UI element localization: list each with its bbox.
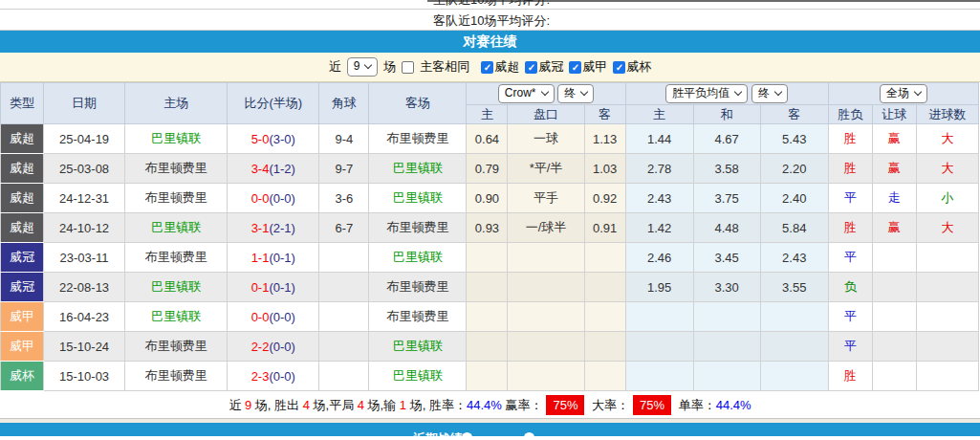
match-row: 威超25-04-19巴里镇联5-0(3-0)9-4布里顿费里0.64一球1.13… [1, 124, 979, 154]
summary-part: 场,输 [364, 398, 400, 412]
date-cell: 22-08-13 [44, 273, 125, 302]
draw-odds-cell: 3.75 [693, 184, 760, 213]
handicap-away-odds-cell [584, 302, 625, 332]
h2h-table: 类型 日期 主场 比分(半场) 角球 客场 Crow* 终 胜平负均值 [0, 82, 979, 391]
away-team-cell: 巴里镇联 [369, 154, 467, 184]
section-header: 对赛往绩 [0, 31, 980, 53]
away-team-cell: 布里顿费里 [369, 213, 467, 243]
match-row: 威冠23-03-11布里顿费里1-1(0-1)巴里镇联2.463.452.43平 [1, 243, 979, 273]
home-rating-row: 主队近10场平均评分: [0, 0, 980, 10]
draw-odds-cell [693, 362, 760, 391]
handicap-group-header: Crow* 终 [467, 83, 625, 105]
lose-odds-cell [760, 332, 828, 362]
type-cell: 威冠 [1, 243, 44, 273]
chevron-down-icon [774, 88, 782, 96]
scope-value: 全场 [886, 86, 909, 100]
draw-odds-cell: 4.48 [693, 213, 760, 243]
lose-odds-cell [760, 302, 828, 332]
sub-header-handicap-home: 主 [467, 105, 508, 124]
league-label: 威甲 [582, 58, 607, 76]
summary-part: 赢率： [502, 398, 543, 412]
type-cell: 威甲 [1, 302, 44, 332]
draw-odds-cell: 3.30 [693, 273, 760, 302]
summary-part: 大率： [588, 398, 629, 412]
lose-odds-cell: 2.40 [760, 184, 828, 213]
score-cell: 0-1(0-1) [228, 273, 319, 302]
chevron-down-icon [580, 88, 588, 96]
result-cell: 胜 [828, 362, 872, 391]
sub-header-handicap-away: 客 [584, 105, 625, 124]
bottom-bar-radio[interactable] [462, 432, 472, 436]
full-score: 0-0 [251, 310, 270, 324]
summary-row: 近 9 场, 胜出 4 场,平局 4 场,输 1 场, 胜率：44.4% 赢率：… [0, 391, 980, 419]
away-team-cell: 巴里镇联 [369, 184, 467, 213]
type-cell: 威杯 [1, 362, 44, 391]
handicap-home-odds-cell: 0.93 [467, 213, 508, 243]
type-cell: 威超 [1, 154, 44, 184]
handicap-line-cell [508, 273, 584, 302]
league-checkbox-威甲[interactable] [569, 61, 581, 74]
sub-header-goals: 进球数 [916, 105, 978, 124]
handicap-away-odds-cell [584, 332, 625, 362]
league-checkbox-威杯[interactable] [613, 61, 625, 74]
full-score: 3-1 [251, 221, 270, 235]
win-odds-cell: 1.42 [625, 213, 693, 243]
handicap-result-cell [872, 273, 916, 302]
half-score: (0-0) [269, 340, 294, 354]
home-team-cell: 布里顿费里 [125, 184, 228, 213]
wdl-stage-select[interactable]: 终 [751, 84, 788, 103]
corner-cell [319, 362, 369, 391]
half-score: (1-2) [269, 162, 294, 176]
handicap-stage-select[interactable]: 终 [557, 84, 594, 103]
match-count-select[interactable]: 9 [347, 57, 379, 77]
full-score: 0-0 [251, 191, 270, 206]
wdl-average-select[interactable]: 胜平负均值 [665, 84, 748, 103]
corner-cell: 3-6 [319, 184, 369, 213]
col-header-type: 类型 [1, 83, 44, 124]
page-title: 对赛往绩 [464, 33, 517, 49]
league-checkbox-威冠[interactable] [525, 61, 537, 74]
summary-part: 44.4% [716, 398, 751, 412]
half-score: (2-1) [269, 221, 294, 235]
bottom-bar-radio[interactable] [524, 432, 534, 436]
corner-cell [319, 243, 369, 273]
handicap-line-cell [508, 243, 584, 273]
match-row: 威冠22-08-13巴里镇联0-1(0-1)布里顿费里1.953.303.55负 [1, 273, 979, 302]
chevron-down-icon [734, 88, 742, 96]
corner-cell [319, 273, 369, 302]
league-checkbox-威超[interactable] [481, 61, 493, 74]
league-label: 威杯 [626, 58, 651, 76]
sub-header-draw: 和 [693, 105, 760, 124]
match-row: 威超24-12-31布里顿费里0-0(0-0)3-6巴里镇联0.90平手0.92… [1, 184, 979, 213]
same-venue-checkbox[interactable] [402, 61, 414, 74]
summary-part: 场, 胜出 [251, 398, 302, 412]
handicap-home-odds-cell: 0.79 [467, 154, 508, 184]
scope-select[interactable]: 全场 [880, 84, 927, 103]
league-label: 威超 [494, 58, 519, 76]
handicap-away-odds-cell: 1.13 [584, 124, 625, 154]
chevron-down-icon [914, 88, 922, 96]
sub-header-result: 胜负 [828, 105, 872, 124]
handicap-home-odds-cell [467, 302, 508, 332]
away-team-cell: 巴里镇联 [369, 362, 467, 391]
score-cell: 3-4(1-2) [228, 154, 319, 184]
match-row: 威杯15-10-03布里顿费里2-3(0-0)巴里镇联胜 [1, 362, 979, 391]
handicap-result-cell: 走 [872, 184, 916, 213]
corner-cell: 9-4 [319, 124, 369, 154]
away-team-cell: 布里顿费里 [369, 124, 467, 154]
win-odds-cell [625, 362, 693, 391]
type-cell: 威冠 [1, 273, 44, 302]
half-score: (3-0) [269, 132, 294, 146]
type-cell: 威超 [1, 184, 44, 213]
corner-cell: 9-7 [319, 154, 369, 184]
date-cell: 24-12-31 [44, 184, 125, 213]
draw-odds-cell: 3.58 [693, 154, 760, 184]
score-cell: 0-0(0-0) [228, 184, 319, 213]
odds-company-value: Crow* [505, 86, 536, 100]
half-score: (0-0) [269, 310, 294, 324]
match-row: 威甲16-04-23巴里镇联0-0(0-0)布里顿费里平 [1, 302, 979, 332]
odds-company-select[interactable]: Crow* [498, 84, 555, 103]
chevron-down-icon [540, 88, 548, 96]
handicap-line-cell: 一/球半 [508, 213, 584, 243]
summary-part: 近 [229, 398, 245, 412]
